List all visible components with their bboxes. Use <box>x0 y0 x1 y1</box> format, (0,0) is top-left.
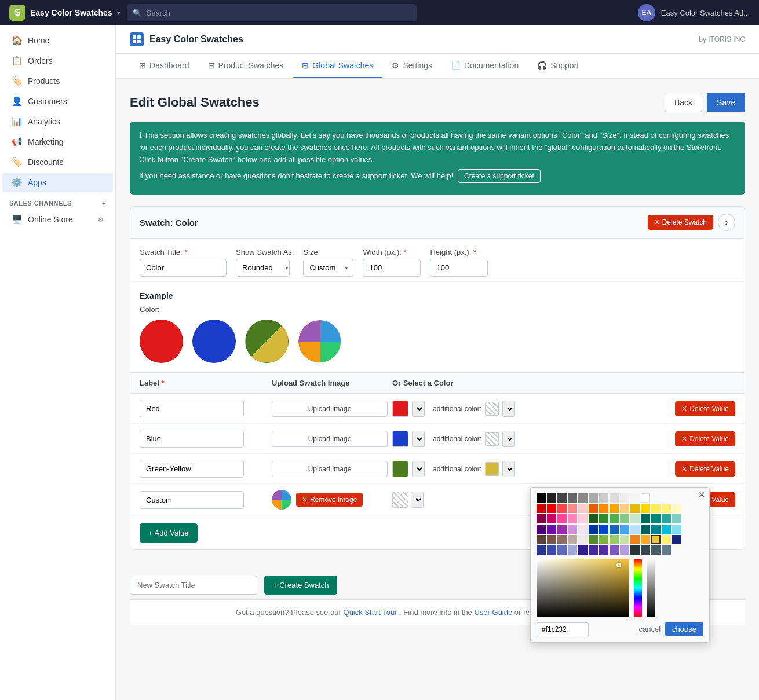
color-cell[interactable] <box>578 514 588 523</box>
color-cell[interactable] <box>568 493 577 503</box>
color-cell[interactable] <box>610 504 619 513</box>
color-cell[interactable] <box>662 514 671 523</box>
color-cell[interactable] <box>662 525 671 534</box>
delete-swatch-button[interactable]: ✕ Delete Swatch <box>648 215 713 230</box>
tab-product-swatches[interactable]: ⊟ Product Swatches <box>199 54 293 78</box>
color-cell[interactable] <box>547 545 556 555</box>
add-value-button[interactable]: + Add Value <box>140 523 198 543</box>
color-cell[interactable] <box>610 493 619 503</box>
color-swatch-red[interactable] <box>392 401 408 417</box>
sidebar-item-home[interactable]: 🏠 Home <box>2 31 113 50</box>
create-support-ticket-button[interactable]: Create a support ticket <box>458 169 541 183</box>
add-sales-channel-icon[interactable]: + <box>102 200 106 207</box>
color-cell[interactable] <box>568 525 577 534</box>
color-swatch-blue[interactable] <box>392 431 408 447</box>
color-cell[interactable] <box>547 514 556 523</box>
topbar-brand[interactable]: S Easy Color Swatches ▾ <box>9 5 120 21</box>
color-cell[interactable] <box>599 545 608 555</box>
color-cell[interactable] <box>599 493 608 503</box>
color-cell[interactable] <box>610 525 619 534</box>
save-button[interactable]: Save <box>707 93 745 112</box>
color-cell[interactable] <box>599 525 608 534</box>
color-picker-close-button[interactable]: ✕ <box>698 490 706 500</box>
color-cell[interactable] <box>610 514 619 523</box>
color-cell[interactable] <box>589 525 598 534</box>
color-cell[interactable] <box>537 493 546 503</box>
color-cell[interactable] <box>651 545 661 555</box>
color-cell[interactable] <box>568 545 577 555</box>
picker-cancel-button[interactable]: cancel <box>639 625 661 633</box>
sidebar-item-customers[interactable]: 👤 Customers <box>2 91 113 111</box>
back-button[interactable]: Back <box>665 93 702 112</box>
hex-input[interactable] <box>537 622 589 636</box>
color-cell[interactable] <box>662 535 671 544</box>
color-cell[interactable] <box>630 493 640 503</box>
color-cell[interactable] <box>641 504 650 513</box>
color-cell[interactable] <box>672 514 681 523</box>
color-dropdown-red[interactable]: ▼ <box>412 401 425 417</box>
picker-choose-button[interactable]: choose <box>665 622 703 636</box>
width-input[interactable] <box>363 259 421 277</box>
color-cell[interactable] <box>662 493 671 503</box>
color-cell[interactable] <box>557 493 567 503</box>
tab-support[interactable]: 🎧 Support <box>528 54 588 78</box>
color-dropdown-green[interactable]: ▼ <box>412 461 425 477</box>
color-dropdown-blue[interactable]: ▼ <box>412 431 425 447</box>
color-cell[interactable] <box>589 545 598 555</box>
color-cell[interactable] <box>568 514 577 523</box>
show-as-select[interactable]: Rounded Square Label <box>236 259 290 277</box>
color-cell[interactable] <box>568 504 577 513</box>
gradient-box[interactable] <box>537 559 629 617</box>
delete-value-button-blue[interactable]: ✕ Delete Value <box>675 431 735 446</box>
color-cell[interactable] <box>589 514 598 523</box>
color-cell[interactable] <box>547 493 556 503</box>
color-cell[interactable] <box>589 493 598 503</box>
color-cell[interactable] <box>651 504 661 513</box>
user-guide-link[interactable]: User Guide <box>474 608 512 617</box>
upload-image-button-blue[interactable]: Upload Image <box>272 431 388 447</box>
expand-button[interactable]: › <box>718 214 735 231</box>
tab-settings[interactable]: ⚙ Settings <box>382 54 441 78</box>
additional-color-dropdown-green[interactable]: ▼ <box>502 461 515 477</box>
color-dropdown-custom[interactable]: ▼ <box>411 492 424 508</box>
color-cell[interactable] <box>589 535 598 544</box>
tab-dashboard[interactable]: ⊞ Dashboard <box>130 54 199 78</box>
color-cell[interactable] <box>662 545 671 555</box>
quick-start-link[interactable]: Quick Start Tour <box>344 608 397 617</box>
tab-documentation[interactable]: 📄 Documentation <box>441 54 528 78</box>
color-cell[interactable] <box>630 535 640 544</box>
upload-image-button-green-yellow[interactable]: Upload Image <box>272 461 388 477</box>
color-cell[interactable] <box>537 545 546 555</box>
color-cell[interactable] <box>641 545 650 555</box>
swatch-title-input[interactable] <box>140 259 227 277</box>
search-input[interactable] <box>147 9 411 17</box>
label-input-green-yellow[interactable] <box>140 460 244 478</box>
label-input-red[interactable] <box>140 400 244 417</box>
color-cell[interactable] <box>599 504 608 513</box>
sidebar-item-online-store[interactable]: 🖥️ Online Store ⚙ <box>2 210 113 229</box>
color-cell[interactable] <box>537 514 546 523</box>
color-cell[interactable] <box>568 535 577 544</box>
color-cell[interactable] <box>578 525 588 534</box>
color-cell[interactable] <box>620 535 629 544</box>
color-cell[interactable] <box>641 514 650 523</box>
color-cell[interactable] <box>557 535 567 544</box>
sidebar-item-analytics[interactable]: 📊 Analytics <box>2 112 113 131</box>
color-cell[interactable] <box>537 535 546 544</box>
height-input[interactable] <box>430 259 488 277</box>
color-cell[interactable] <box>578 493 588 503</box>
tab-global-swatches[interactable]: ⊟ Global Swatches <box>293 54 382 78</box>
create-swatch-button[interactable]: + Create Swatch <box>264 576 337 595</box>
delete-value-button-red[interactable]: ✕ Delete Value <box>675 401 735 416</box>
color-cell[interactable] <box>610 535 619 544</box>
color-cell[interactable] <box>557 504 567 513</box>
online-store-settings-icon[interactable]: ⚙ <box>98 216 104 223</box>
color-cell[interactable] <box>620 514 629 523</box>
sidebar-item-discounts[interactable]: 🏷️ Discounts <box>2 152 113 172</box>
color-cell[interactable] <box>599 514 608 523</box>
color-cell[interactable] <box>537 525 546 534</box>
opacity-strip[interactable] <box>647 559 655 617</box>
color-cell[interactable] <box>672 535 681 544</box>
hue-strip[interactable] <box>634 559 642 617</box>
color-cell[interactable] <box>630 545 640 555</box>
